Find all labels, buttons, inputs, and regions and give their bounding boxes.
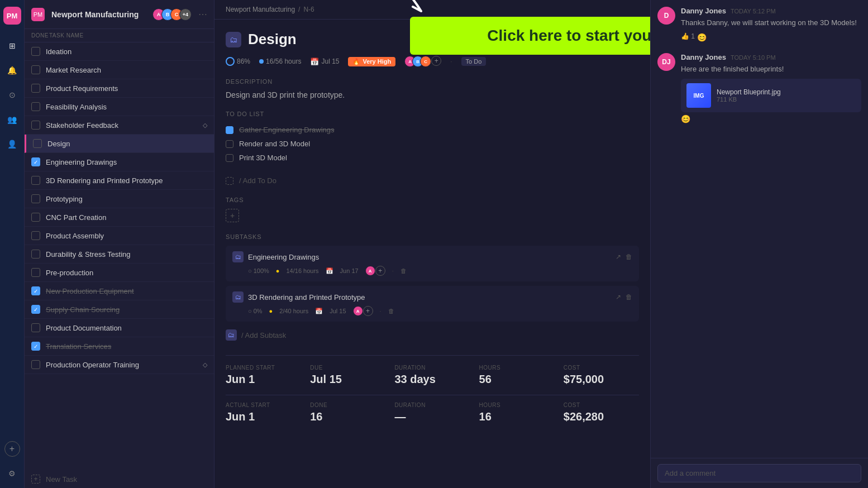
comment-panel: D Danny Jones TODAY 5:12 PM Thanks Danny… [650, 0, 868, 488]
subtask-separator: · [380, 308, 381, 314]
todo-checkbox[interactable] [226, 140, 233, 148]
file-thumbnail: IMG [686, 83, 711, 108]
nav-people[interactable]: 👥 [4, 112, 20, 127]
task-checkbox[interactable] [33, 139, 42, 148]
task-checkbox[interactable] [31, 47, 40, 56]
nav-person[interactable]: 👤 [4, 136, 20, 152]
nav-settings[interactable]: ⚙ [4, 466, 20, 481]
comment-header: Danny Jones TODAY 5:10 PM [681, 53, 861, 61]
task-item[interactable]: Stakeholder Feedback◇ [25, 116, 214, 135]
task-checkbox[interactable] [31, 268, 40, 277]
file-info: Newport Blueprint.jpg 711 KB [717, 88, 781, 103]
task-item[interactable]: Product Assembly [25, 227, 214, 245]
col-done-label: DONE [31, 32, 49, 39]
task-checkbox[interactable] [31, 323, 40, 332]
task-diamond-icon: ◇ [203, 361, 207, 369]
add-subtask-row[interactable]: 🗂/ Add Subtask [226, 326, 639, 344]
comment-header: Danny Jones TODAY 5:12 PM [681, 7, 861, 15]
task-checkbox[interactable] [31, 121, 40, 130]
progress-icon [226, 57, 235, 66]
subtask-progress: ○ 100% [248, 267, 269, 274]
task-name: Ideation [46, 47, 207, 56]
task-checkbox[interactable] [31, 213, 40, 222]
nav-search[interactable]: ⊙ [4, 87, 20, 103]
task-checkbox[interactable] [31, 231, 40, 240]
subtask-delete-icon[interactable]: 🗑 [388, 308, 394, 314]
task-checkbox[interactable] [31, 102, 40, 111]
subtask-due: Jun 17 [340, 267, 359, 274]
subtask-delete-button[interactable]: 🗑 [626, 253, 632, 261]
task-item[interactable]: Ideation [25, 42, 214, 61]
task-checkbox[interactable]: ✓ [31, 286, 40, 295]
nav-home[interactable]: ⊞ [4, 38, 20, 54]
todo-item[interactable]: Gather Engineering Drawings [226, 123, 639, 137]
task-item[interactable]: Product Requirements [25, 79, 214, 98]
task-item[interactable]: ✓Engineering Drawings [25, 153, 214, 171]
add-assignee-button[interactable]: + [431, 56, 441, 66]
task-item[interactable]: ✓Translation Services [25, 337, 214, 356]
subtask-delete-button[interactable]: 🗑 [626, 293, 632, 301]
task-item[interactable]: Prototyping [25, 190, 214, 208]
task-list: IdeationMarket ResearchProduct Requireme… [25, 42, 214, 470]
subtask-add-assignee[interactable]: + [363, 306, 373, 316]
subtask-due: Jul 15 [330, 308, 346, 314]
add-project-button[interactable]: + [4, 441, 20, 457]
task-item[interactable]: ✓Supply Chain Sourcing [25, 300, 214, 319]
reaction[interactable]: 👍 1 😊 [681, 31, 861, 42]
add-reaction-button[interactable]: 😊 [697, 33, 707, 42]
task-item[interactable]: Feasibility Analysis [25, 98, 214, 116]
task-name: Production Operator Training [46, 361, 195, 369]
breadcrumb-id: N-6 [303, 6, 314, 13]
add-subtask-label: / Add Subtask [241, 331, 286, 339]
nav-activity[interactable]: 🔔 [4, 63, 20, 78]
add-tag-button[interactable]: + [226, 209, 239, 222]
task-checkbox[interactable] [31, 360, 40, 369]
task-item[interactable]: Market Research [25, 61, 214, 79]
task-item[interactable]: CNC Part Creation [25, 208, 214, 227]
task-item[interactable]: Design [25, 135, 214, 153]
panel-more-button[interactable]: ⋯ [198, 9, 207, 20]
comment-input[interactable] [657, 464, 861, 482]
task-avatar-group: A B C + [404, 56, 441, 67]
task-checkbox[interactable]: ✓ [31, 342, 40, 351]
subtask-expand-button[interactable]: ↗ [616, 253, 621, 261]
task-checkbox[interactable] [31, 250, 40, 259]
todo-checkbox[interactable] [226, 154, 233, 162]
task-item[interactable]: Durability & Stress Testing [25, 245, 214, 264]
app-logo[interactable]: PM [3, 7, 21, 25]
subtask-header: 🗂 3D Rendering and Printed Prototype ↗ 🗑 [232, 291, 632, 303]
subtask-meta: ○ 100% ● 14/16 hours 📅 Jun 17 A + · 🗑 [248, 266, 632, 276]
task-checkbox[interactable]: ✓ [31, 157, 40, 166]
task-item[interactable]: ✓New Production Equipment [25, 282, 214, 300]
todo-item[interactable]: Print 3D Model [226, 151, 639, 165]
task-item[interactable]: Product Documentation [25, 319, 214, 337]
task-checkbox[interactable] [31, 65, 40, 74]
task-item[interactable]: Pre-production [25, 264, 214, 282]
task-item[interactable]: 3D Rendering and Printed Prototype [25, 171, 214, 190]
stat-cost: COST $75,000 [564, 365, 639, 386]
file-attachment[interactable]: IMG Newport Blueprint.jpg 711 KB [681, 79, 861, 112]
task-item[interactable]: Production Operator Training◇ [25, 356, 214, 374]
task-name: Pre-production [46, 269, 207, 277]
subtask-hours-dot: ● [276, 267, 280, 274]
task-list-panel: PM Newport Manufacturing A B C +4 ⋯ DONE… [25, 0, 214, 488]
task-checkbox[interactable] [31, 176, 40, 185]
subtask-delete-icon[interactable]: 🗑 [400, 267, 407, 274]
todo-checkbox[interactable] [226, 126, 233, 134]
stat-actual-start: ACTUAL START Jun 1 [226, 402, 301, 423]
avatar-group: A B C +4 [152, 8, 192, 21]
todo-item[interactable]: Render and 3D Model [226, 137, 639, 151]
task-checkbox[interactable]: ✓ [31, 305, 40, 314]
task-name: 3D Rendering and Printed Prototype [46, 176, 207, 185]
add-todo-row[interactable]: / Add To Do [226, 174, 639, 188]
new-task-row[interactable]: + New Task [25, 470, 214, 488]
free-trial-button[interactable]: Click here to start your free trial [410, 17, 650, 55]
status-badge[interactable]: To Do [461, 57, 487, 66]
subtask-item: 🗂 Engineering Drawings ↗ 🗑 ○ 100% ● 14/1… [226, 246, 639, 281]
task-checkbox[interactable] [31, 84, 40, 93]
breadcrumb-project[interactable]: Newport Manufacturing [226, 6, 295, 13]
add-reaction-button[interactable]: 😊 [681, 114, 690, 123]
subtask-expand-button[interactable]: ↗ [616, 293, 621, 301]
subtask-add-assignee[interactable]: + [375, 266, 385, 276]
task-checkbox[interactable] [31, 194, 40, 203]
